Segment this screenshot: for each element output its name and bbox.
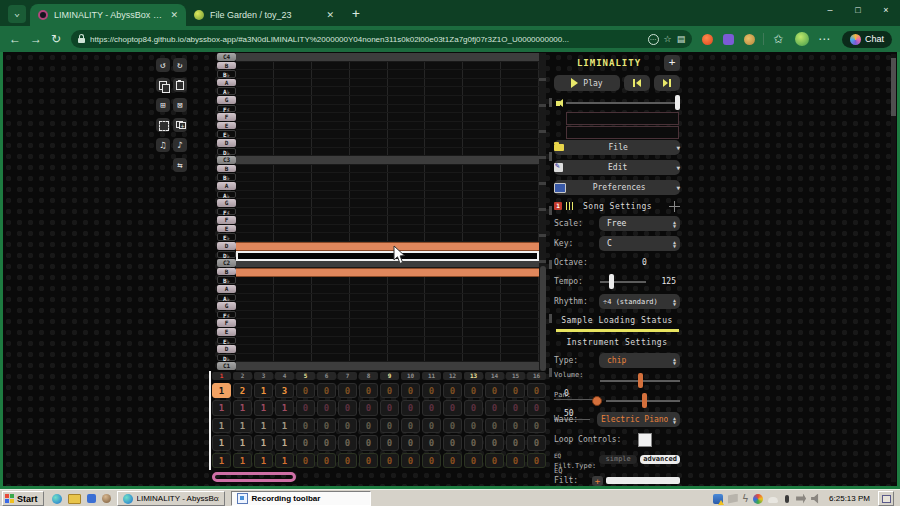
piano-key-F[interactable]: F [217, 319, 236, 327]
pattern-cell-pitch-2[interactable]: 1 [254, 400, 273, 415]
tab-close-icon[interactable]: ✕ [326, 10, 334, 20]
volume-slider-handle[interactable] [675, 95, 680, 110]
piano-key-B♭[interactable]: B♭ [217, 276, 236, 284]
pattern-cell-pitch-2[interactable]: 0 [464, 400, 483, 415]
pattern-cell-pitch-4[interactable]: 0 [380, 435, 399, 450]
pattern-cell-pitch-2[interactable]: 0 [443, 400, 462, 415]
filter-advanced-button[interactable]: advanced [640, 455, 680, 464]
chat-button[interactable]: Chat [842, 31, 892, 48]
pattern-cell-pitch-4[interactable]: 0 [338, 435, 357, 450]
prev-bar-button[interactable] [624, 75, 650, 91]
delete-bar-button[interactable]: ⊠ [173, 98, 187, 112]
piano-key-G[interactable]: G [217, 199, 236, 207]
pattern-cell-pitch-4[interactable]: 1 [233, 435, 252, 450]
extension-1-icon[interactable] [702, 34, 713, 45]
pattern-cell-noise-1[interactable]: 0 [422, 453, 441, 468]
pattern-cell-pitch-2[interactable]: 0 [359, 400, 378, 415]
favorite-star-icon[interactable]: ☆ [664, 34, 672, 44]
pattern-cell-pitch-4[interactable]: 0 [422, 435, 441, 450]
pattern-cell-pitch-2[interactable]: 0 [506, 400, 525, 415]
bar-number-15[interactable]: 15 [506, 372, 525, 380]
pattern-cell-pitch-1[interactable]: 0 [485, 383, 504, 398]
copy-button[interactable] [156, 78, 170, 92]
pattern-cell-pitch-3[interactable]: 1 [254, 418, 273, 433]
piano-key-D♭[interactable]: D♭ [217, 251, 236, 259]
reading-list-icon[interactable]: ▤ [677, 34, 686, 44]
piano-key-G[interactable]: G [217, 96, 236, 104]
roll-scrollbar[interactable] [539, 53, 546, 371]
bar-number-7[interactable]: 7 [338, 372, 357, 380]
pattern-cell-pitch-3[interactable]: 0 [380, 418, 399, 433]
bar-number-6[interactable]: 6 [317, 372, 336, 380]
bar-number-9[interactable]: 9 [380, 372, 399, 380]
piano-key-B♭[interactable]: B♭ [217, 70, 236, 78]
refresh-icon[interactable]: ↻ [51, 32, 61, 46]
file-menu[interactable]: File ▼ [554, 140, 680, 155]
pattern-cell-pitch-4[interactable]: 0 [464, 435, 483, 450]
roll-scrollbar-thumb[interactable] [540, 266, 546, 371]
pattern-cell-noise-1[interactable]: 0 [338, 453, 357, 468]
pattern-cell-pitch-3[interactable]: 0 [296, 418, 315, 433]
pattern-cell-pitch-1[interactable]: 0 [527, 383, 546, 398]
pattern-cell-pitch-3[interactable]: 0 [401, 418, 420, 433]
piano-key-D♭[interactable]: D♭ [217, 148, 236, 156]
edge-icon[interactable] [52, 494, 62, 504]
pattern-cell-pitch-3[interactable]: 0 [464, 418, 483, 433]
piano-key-G[interactable]: G [217, 302, 236, 310]
pattern-cell-pitch-3[interactable]: 0 [443, 418, 462, 433]
pattern-cell-pitch-2[interactable]: 1 [275, 400, 294, 415]
scale-select[interactable]: Free ▲▼ [599, 216, 680, 231]
bar-number-16[interactable]: 16 [527, 372, 546, 380]
pattern-cell-pitch-1[interactable]: 0 [296, 383, 315, 398]
pattern-cell-noise-1[interactable]: 0 [506, 453, 525, 468]
pattern-cell-pitch-1[interactable]: 1 [254, 383, 273, 398]
piano-key-C4[interactable]: C4 [217, 53, 236, 61]
network-warning-icon[interactable] [713, 494, 723, 504]
new-tab-button[interactable]: + [352, 6, 360, 21]
pattern-cell-noise-1[interactable]: 1 [233, 453, 252, 468]
page-scrollbar-thumb[interactable] [891, 58, 896, 116]
pattern-cell-pitch-4[interactable]: 0 [401, 435, 420, 450]
tempo-slider[interactable] [600, 281, 646, 283]
pattern-cell-pitch-3[interactable]: 0 [422, 418, 441, 433]
piano-key-D♭[interactable]: D♭ [217, 354, 236, 362]
bar-number-2[interactable]: 2 [233, 372, 252, 380]
piano-key-B♭[interactable]: B♭ [217, 173, 236, 181]
pattern-cell-pitch-4[interactable]: 0 [506, 435, 525, 450]
pattern-cell-pitch-2[interactable]: 0 [338, 400, 357, 415]
pattern-cell-noise-1[interactable]: 0 [464, 453, 483, 468]
instrument-type-select[interactable]: chip ▲▼ [599, 353, 680, 368]
show-desktop-button[interactable] [878, 491, 894, 506]
pattern-cell-noise-1[interactable]: 0 [443, 453, 462, 468]
more-menu-icon[interactable]: ⋯ [818, 32, 830, 46]
bar-number-3[interactable]: 3 [254, 372, 273, 380]
close-button[interactable]: × [872, 0, 900, 20]
next-bar-button[interactable] [654, 75, 680, 91]
pattern-cell-pitch-3[interactable]: 0 [317, 418, 336, 433]
pattern-cell-pitch-2[interactable]: 1 [233, 400, 252, 415]
pattern-cell-noise-1[interactable]: 0 [317, 453, 336, 468]
bar-number-13[interactable]: 13 [464, 372, 483, 380]
pattern-cell-pitch-3[interactable]: 0 [485, 418, 504, 433]
extension-2-icon[interactable] [723, 34, 734, 45]
piano-key-E[interactable]: E [217, 122, 236, 130]
tracking-prevention-icon[interactable]: ⋯ [648, 34, 659, 45]
pattern-cell-pitch-4[interactable]: 0 [443, 435, 462, 450]
pattern-cell-pitch-1[interactable]: 0 [506, 383, 525, 398]
pattern-cell-pitch-4[interactable]: 1 [212, 435, 231, 450]
octave-value[interactable]: 0 [609, 258, 680, 267]
piano-key-E[interactable]: E [217, 328, 236, 336]
pattern-cell-pitch-3[interactable]: 1 [233, 418, 252, 433]
pattern-cell-pitch-2[interactable]: 1 [212, 400, 231, 415]
piano-key-E♭[interactable]: E♭ [217, 233, 236, 241]
bar-number-10[interactable]: 10 [401, 372, 420, 380]
pattern-cell-pitch-2[interactable]: 0 [296, 400, 315, 415]
pattern-cell-pitch-4[interactable]: 0 [485, 435, 504, 450]
task-button-recording-toolbar[interactable]: Recording toolbar [231, 491, 371, 506]
pattern-cell-pitch-3[interactable]: 0 [527, 418, 546, 433]
piano-key-B[interactable]: B [217, 165, 236, 173]
master-volume-slider[interactable] [566, 102, 680, 104]
key-select[interactable]: C ▲▼ [599, 236, 680, 251]
piano-key-F♯[interactable]: F♯ [217, 105, 236, 113]
extension-3-icon[interactable] [744, 34, 755, 45]
